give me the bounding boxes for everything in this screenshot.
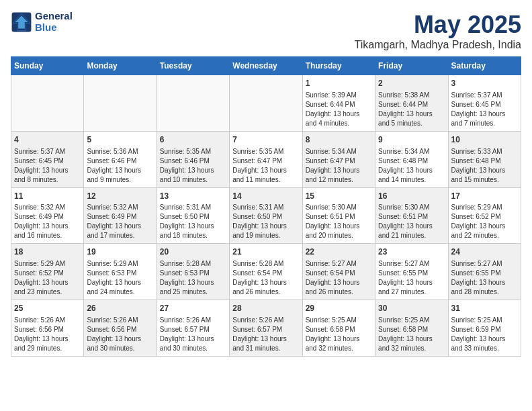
day-info: Sunrise: 5:29 AM Sunset: 6:52 PM Dayligh… [451, 203, 518, 240]
logo-general: General [35, 10, 73, 21]
location-title: Tikamgarh, Madhya Pradesh, India [355, 39, 521, 51]
calendar-cell: 13Sunrise: 5:31 AM Sunset: 6:50 PM Dayli… [157, 187, 229, 244]
title-block: May 2025 Tikamgarh, Madhya Pradesh, Indi… [355, 11, 521, 51]
weekday-header-friday: Friday [375, 57, 448, 75]
day-info: Sunrise: 5:28 AM Sunset: 6:53 PM Dayligh… [160, 259, 226, 297]
day-number: 31 [451, 303, 518, 314]
day-number: 29 [306, 303, 372, 314]
day-info: Sunrise: 5:29 AM Sunset: 6:53 PM Dayligh… [87, 259, 153, 297]
logo-text: General Blue [35, 11, 73, 33]
day-number: 23 [378, 246, 445, 258]
calendar-cell: 6Sunrise: 5:35 AM Sunset: 6:46 PM Daylig… [157, 131, 229, 187]
calendar-week-4: 18Sunrise: 5:29 AM Sunset: 6:52 PM Dayli… [11, 244, 521, 300]
day-number: 28 [232, 303, 299, 314]
calendar-cell: 11Sunrise: 5:32 AM Sunset: 6:49 PM Dayli… [11, 187, 84, 244]
day-number: 24 [451, 246, 518, 258]
day-number: 14 [232, 191, 299, 202]
day-number: 7 [232, 134, 299, 146]
calendar-cell: 9Sunrise: 5:34 AM Sunset: 6:48 PM Daylig… [375, 131, 448, 187]
calendar-cell: 5Sunrise: 5:36 AM Sunset: 6:46 PM Daylig… [84, 131, 157, 187]
calendar-cell [157, 75, 229, 132]
calendar-cell: 10Sunrise: 5:33 AM Sunset: 6:48 PM Dayli… [448, 131, 521, 187]
calendar-cell: 24Sunrise: 5:27 AM Sunset: 6:55 PM Dayli… [448, 244, 521, 300]
calendar-cell: 30Sunrise: 5:25 AM Sunset: 6:58 PM Dayli… [375, 300, 448, 357]
day-info: Sunrise: 5:35 AM Sunset: 6:47 PM Dayligh… [232, 147, 299, 185]
day-number: 2 [378, 78, 445, 89]
day-info: Sunrise: 5:34 AM Sunset: 6:47 PM Dayligh… [306, 147, 372, 185]
day-number: 19 [87, 246, 153, 258]
calendar-cell: 25Sunrise: 5:26 AM Sunset: 6:56 PM Dayli… [11, 300, 84, 357]
day-info: Sunrise: 5:27 AM Sunset: 6:55 PM Dayligh… [451, 259, 518, 297]
calendar-cell: 8Sunrise: 5:34 AM Sunset: 6:47 PM Daylig… [302, 131, 375, 187]
day-info: Sunrise: 5:25 AM Sunset: 6:58 PM Dayligh… [378, 316, 445, 353]
logo-blue: Blue [35, 21, 57, 33]
day-info: Sunrise: 5:31 AM Sunset: 6:50 PM Dayligh… [160, 203, 226, 240]
calendar-cell: 23Sunrise: 5:27 AM Sunset: 6:55 PM Dayli… [375, 244, 448, 300]
logo-icon [11, 11, 32, 33]
day-info: Sunrise: 5:26 AM Sunset: 6:57 PM Dayligh… [232, 316, 299, 353]
weekday-header-saturday: Saturday [448, 57, 521, 75]
day-info: Sunrise: 5:32 AM Sunset: 6:49 PM Dayligh… [14, 203, 81, 240]
calendar-cell: 1Sunrise: 5:39 AM Sunset: 6:44 PM Daylig… [302, 75, 375, 132]
calendar-week-1: 1Sunrise: 5:39 AM Sunset: 6:44 PM Daylig… [11, 75, 521, 132]
day-info: Sunrise: 5:33 AM Sunset: 6:48 PM Dayligh… [451, 147, 518, 185]
calendar-cell: 4Sunrise: 5:37 AM Sunset: 6:45 PM Daylig… [11, 131, 84, 187]
day-info: Sunrise: 5:27 AM Sunset: 6:54 PM Dayligh… [306, 259, 372, 297]
calendar-cell: 21Sunrise: 5:28 AM Sunset: 6:54 PM Dayli… [230, 244, 302, 300]
day-number: 25 [14, 303, 81, 314]
weekday-header-sunday: Sunday [11, 57, 84, 75]
weekday-header-wednesday: Wednesday [230, 57, 302, 75]
day-number: 8 [306, 134, 372, 146]
day-info: Sunrise: 5:28 AM Sunset: 6:54 PM Dayligh… [232, 259, 299, 297]
day-info: Sunrise: 5:37 AM Sunset: 6:45 PM Dayligh… [451, 91, 518, 128]
calendar-cell: 31Sunrise: 5:25 AM Sunset: 6:59 PM Dayli… [448, 300, 521, 357]
page-header: General Blue May 2025 Tikamgarh, Madhya … [11, 11, 521, 51]
day-number: 9 [378, 134, 445, 146]
day-info: Sunrise: 5:26 AM Sunset: 6:56 PM Dayligh… [87, 316, 153, 353]
weekday-header-row: SundayMondayTuesdayWednesdayThursdayFrid… [11, 57, 521, 75]
weekday-header-tuesday: Tuesday [157, 57, 229, 75]
day-number: 6 [160, 134, 226, 146]
calendar-cell: 28Sunrise: 5:26 AM Sunset: 6:57 PM Dayli… [230, 300, 302, 357]
day-number: 30 [378, 303, 445, 314]
calendar-cell: 20Sunrise: 5:28 AM Sunset: 6:53 PM Dayli… [157, 244, 229, 300]
calendar-cell: 14Sunrise: 5:31 AM Sunset: 6:50 PM Dayli… [230, 187, 302, 244]
day-info: Sunrise: 5:32 AM Sunset: 6:49 PM Dayligh… [87, 203, 153, 240]
calendar-cell: 17Sunrise: 5:29 AM Sunset: 6:52 PM Dayli… [448, 187, 521, 244]
calendar-table: SundayMondayTuesdayWednesdayThursdayFrid… [11, 56, 521, 357]
calendar-cell: 29Sunrise: 5:25 AM Sunset: 6:58 PM Dayli… [302, 300, 375, 357]
weekday-header-monday: Monday [84, 57, 157, 75]
day-number: 3 [451, 78, 518, 89]
day-info: Sunrise: 5:37 AM Sunset: 6:45 PM Dayligh… [14, 147, 81, 185]
day-info: Sunrise: 5:30 AM Sunset: 6:51 PM Dayligh… [306, 203, 372, 240]
calendar-cell [230, 75, 302, 132]
day-number: 1 [306, 78, 372, 89]
day-info: Sunrise: 5:39 AM Sunset: 6:44 PM Dayligh… [306, 91, 372, 128]
day-number: 13 [160, 191, 226, 202]
calendar-cell: 15Sunrise: 5:30 AM Sunset: 6:51 PM Dayli… [302, 187, 375, 244]
day-number: 22 [306, 246, 372, 258]
day-number: 10 [451, 134, 518, 146]
day-number: 5 [87, 134, 153, 146]
day-info: Sunrise: 5:25 AM Sunset: 6:59 PM Dayligh… [451, 316, 518, 353]
calendar-cell: 16Sunrise: 5:30 AM Sunset: 6:51 PM Dayli… [375, 187, 448, 244]
day-number: 20 [160, 246, 226, 258]
day-number: 12 [87, 191, 153, 202]
month-title: May 2025 [355, 11, 521, 39]
calendar-cell: 7Sunrise: 5:35 AM Sunset: 6:47 PM Daylig… [230, 131, 302, 187]
day-info: Sunrise: 5:26 AM Sunset: 6:57 PM Dayligh… [160, 316, 226, 353]
calendar-cell: 3Sunrise: 5:37 AM Sunset: 6:45 PM Daylig… [448, 75, 521, 132]
calendar-cell: 27Sunrise: 5:26 AM Sunset: 6:57 PM Dayli… [157, 300, 229, 357]
day-info: Sunrise: 5:26 AM Sunset: 6:56 PM Dayligh… [14, 316, 81, 353]
day-number: 15 [306, 191, 372, 202]
day-number: 16 [378, 191, 445, 202]
calendar-cell: 2Sunrise: 5:38 AM Sunset: 6:44 PM Daylig… [375, 75, 448, 132]
calendar-week-3: 11Sunrise: 5:32 AM Sunset: 6:49 PM Dayli… [11, 187, 521, 244]
calendar-cell: 26Sunrise: 5:26 AM Sunset: 6:56 PM Dayli… [84, 300, 157, 357]
day-number: 21 [232, 246, 299, 258]
calendar-cell [11, 75, 84, 132]
day-info: Sunrise: 5:29 AM Sunset: 6:52 PM Dayligh… [14, 259, 81, 297]
logo: General Blue [11, 11, 73, 33]
calendar-cell: 22Sunrise: 5:27 AM Sunset: 6:54 PM Dayli… [302, 244, 375, 300]
calendar-cell: 19Sunrise: 5:29 AM Sunset: 6:53 PM Dayli… [84, 244, 157, 300]
